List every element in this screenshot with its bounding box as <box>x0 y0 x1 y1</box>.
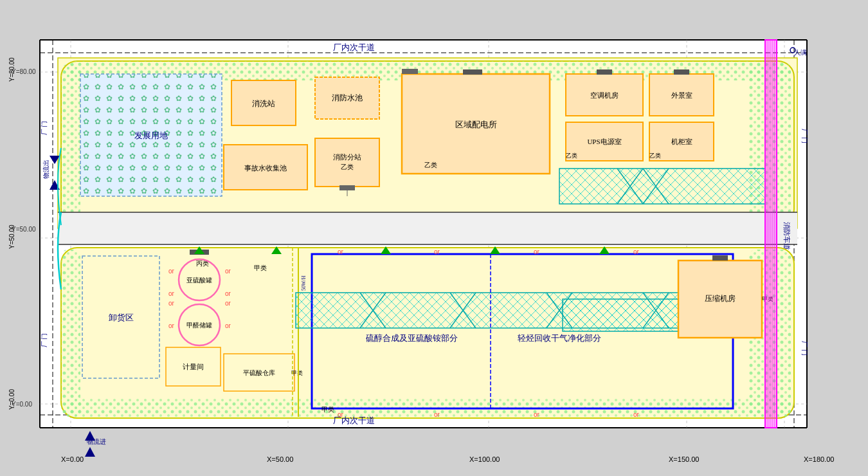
plant-gate-left-label: 厂 门 <box>41 121 48 136</box>
or-lower-8: or <box>633 411 640 418</box>
receiving-area-label: 卸货区 <box>109 313 134 322</box>
fire-road-right2-label: 消防车道 <box>783 222 791 250</box>
fire-sub-station-label: 消防分站 <box>333 153 361 161</box>
or-label-6: or <box>225 300 231 307</box>
jia-type1-label: 甲类 <box>254 264 267 271</box>
outdoor-room-label: 外景室 <box>671 91 692 99</box>
y50-axis: Y=50.00 <box>12 226 36 233</box>
fire-water-pool-label: 消防水池 <box>332 93 363 102</box>
svg-rect-62 <box>58 212 797 244</box>
or-label-7: or <box>168 322 175 329</box>
svg-rect-91 <box>712 255 728 261</box>
or-label-4: or <box>168 300 175 307</box>
ups-room-label: UPS电源室 <box>587 138 621 145</box>
road-bottom-label: 厂内次干道 <box>333 416 375 425</box>
or-lower-1: or <box>338 248 344 255</box>
or-lower-3: or <box>534 248 540 255</box>
x180-label: X=180.00 <box>804 455 834 463</box>
y0-axis: Y=0.00 <box>12 401 32 408</box>
or-label-3: or <box>168 290 175 297</box>
plant-gate-right-label: 厂 门 <box>801 129 808 143</box>
substation-label: 区域配电所 <box>455 120 497 129</box>
svg-rect-7 <box>0 428 868 476</box>
or-label-2: or <box>225 268 231 275</box>
dimethyl-tank2-label: 甲醛储罐 <box>186 322 212 329</box>
x0-label: X=0.00 <box>61 455 84 463</box>
svg-text:乙类: 乙类 <box>341 163 354 170</box>
site-plan-svg: ✿ Y=80.00 Y=50.00 Y=0.00 X=0.00 X=50.00 … <box>0 0 868 476</box>
purification-section-label: 轻烃回收干气净化部分 <box>518 333 601 343</box>
svg-rect-42 <box>463 69 482 75</box>
svg-rect-9 <box>807 0 868 476</box>
emergency-water-label: 事故水收集池 <box>244 164 287 172</box>
substation-type: 乙类 <box>424 161 437 169</box>
ac-room-label: 空调机房 <box>590 91 619 99</box>
panel-type: 乙类 <box>649 152 661 159</box>
svg-rect-39 <box>339 185 355 190</box>
x150-label: X=150.00 <box>669 455 699 463</box>
development-area-label: 发展用地 <box>134 131 168 140</box>
jia-type-blue-label: 甲类 <box>321 406 334 413</box>
or-label-8: or <box>225 322 231 329</box>
valve-label: 50W/H <box>301 275 307 291</box>
or-lower-4: or <box>633 248 640 255</box>
metering-room-label: 计量间 <box>183 363 204 371</box>
main-canvas: ✿ Y=80.00 Y=50.00 Y=0.00 X=0.00 X=50.00 … <box>0 0 868 476</box>
plant-gate-left2-label: 厂 门 <box>41 333 48 348</box>
or-lower-7: or <box>534 411 540 418</box>
x50-label: X=50.00 <box>267 455 293 463</box>
x100-label: X=100.00 <box>469 455 500 463</box>
svg-rect-108 <box>402 69 418 74</box>
svg-rect-6 <box>0 0 868 40</box>
compressor-room-label: 压缩机房 <box>705 294 736 303</box>
flat-storage-label: 平硫酸仓库 <box>243 369 275 376</box>
person-gate-label: 人满 <box>794 49 807 56</box>
or-label-5: or <box>225 290 231 297</box>
or-lower-2: or <box>434 248 440 255</box>
or-lower-6: or <box>434 411 440 418</box>
or-label-1: or <box>168 268 175 275</box>
dimethyl-tank1-label: 亚硫酸罐 <box>186 277 212 284</box>
ups-type: 乙类 <box>566 152 577 159</box>
cargo-out-label: 物流出 <box>42 160 50 179</box>
spray-station-label: 消洗站 <box>252 99 275 108</box>
svg-rect-37 <box>315 138 379 187</box>
svg-rect-47 <box>674 69 689 75</box>
panel-room-label: 机柜室 <box>671 138 692 145</box>
svg-rect-67 <box>61 250 80 417</box>
synthesis-section-label: 硫醇合成及亚硫酸铵部分 <box>366 333 458 343</box>
svg-rect-46 <box>597 69 612 75</box>
svg-rect-30 <box>61 64 80 222</box>
plant-gate-right2-label: 厂 门 <box>801 341 808 356</box>
road-top-label: 厂内次干道 <box>333 42 375 52</box>
svg-rect-50 <box>559 169 765 204</box>
y80-axis: Y=80.00 <box>12 68 36 75</box>
